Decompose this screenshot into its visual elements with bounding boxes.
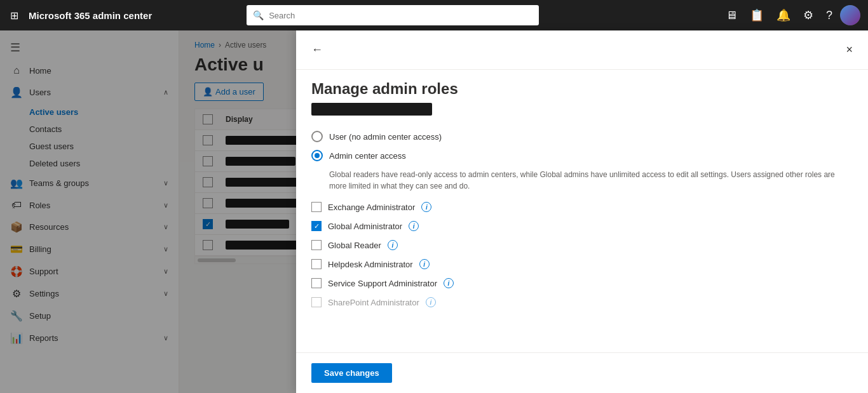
checkbox-helpdesk-admin[interactable]: Helpdesk Administrator i [311, 259, 853, 269]
panel-title-area: Manage admin roles [296, 70, 868, 131]
panel-footer: Save changes [296, 352, 868, 393]
helpdesk-admin-checkbox[interactable] [311, 259, 322, 269]
service-support-checkbox[interactable] [311, 278, 322, 288]
exchange-admin-info-icon[interactable]: i [421, 202, 431, 212]
exchange-admin-checkbox[interactable] [311, 202, 322, 212]
sharepoint-admin-checkbox[interactable] [311, 297, 322, 307]
helpdesk-admin-info-icon[interactable]: i [419, 259, 430, 269]
save-changes-button[interactable]: Save changes [311, 363, 392, 383]
radio-admin-access-label: Admin center access [329, 151, 406, 161]
radio-admin-access-circle[interactable] [311, 150, 323, 161]
checkbox-global-reader[interactable]: Global Reader i [311, 240, 853, 250]
checkbox-service-support[interactable]: Service Support Administrator i [311, 278, 853, 288]
checkbox-sharepoint-admin[interactable]: SharePoint Administrator i [311, 297, 853, 307]
checkbox-exchange-admin[interactable]: Exchange Administrator i [311, 202, 853, 212]
topbar: ⊞ Microsoft 365 admin center 🔍 🖥 📋 🔔 ⚙ ? [0, 0, 868, 30]
grid-icon[interactable]: ⊞ [8, 7, 21, 24]
global-admin-label: Global Administrator [328, 222, 402, 231]
help-icon[interactable]: ? [821, 6, 837, 25]
global-reader-info-icon[interactable]: i [388, 240, 398, 250]
admin-access-description: Global readers have read-only access to … [329, 169, 853, 192]
radio-no-access-circle[interactable] [311, 131, 323, 142]
manage-roles-panel: ← × Manage admin roles User (no admin ce… [296, 30, 868, 393]
radio-admin-access[interactable]: Admin center access [311, 150, 853, 161]
global-admin-checkbox[interactable]: ✓ [311, 221, 322, 231]
panel-title: Manage admin roles [311, 80, 853, 98]
radio-no-access[interactable]: User (no admin center access) [311, 131, 853, 142]
panel-body: User (no admin center access) Admin cent… [296, 131, 868, 352]
search-input[interactable] [269, 11, 532, 20]
radio-no-access-label: User (no admin center access) [329, 132, 442, 142]
notifications-icon[interactable]: 🔔 [771, 6, 796, 25]
global-reader-checkbox[interactable] [311, 240, 322, 250]
panel-header: ← × [296, 30, 868, 70]
panel-username-bar [311, 103, 432, 116]
helpdesk-admin-label: Helpdesk Administrator [328, 260, 413, 269]
exchange-admin-label: Exchange Administrator [328, 203, 415, 212]
sharepoint-admin-label: SharePoint Administrator [328, 298, 419, 307]
search-icon: 🔍 [253, 10, 264, 20]
app-title: Microsoft 365 admin center [29, 10, 152, 21]
checkbox-global-admin[interactable]: ✓ Global Administrator i [311, 221, 853, 231]
panel-back-button[interactable]: ← [309, 41, 325, 59]
search-box[interactable]: 🔍 [247, 5, 539, 25]
whats-new-icon[interactable]: 📋 [745, 6, 769, 25]
feedback-icon[interactable]: 🖥 [721, 6, 742, 25]
global-admin-info-icon[interactable]: i [409, 221, 419, 231]
service-support-info-icon[interactable]: i [444, 278, 454, 288]
topbar-icons: 🖥 📋 🔔 ⚙ ? [721, 5, 860, 25]
service-support-label: Service Support Administrator [328, 279, 437, 288]
settings-icon[interactable]: ⚙ [798, 6, 818, 25]
panel-close-button[interactable]: × [843, 41, 855, 59]
global-reader-label: Global Reader [328, 241, 381, 250]
avatar[interactable] [840, 5, 860, 25]
sharepoint-admin-info-icon[interactable]: i [426, 297, 436, 307]
